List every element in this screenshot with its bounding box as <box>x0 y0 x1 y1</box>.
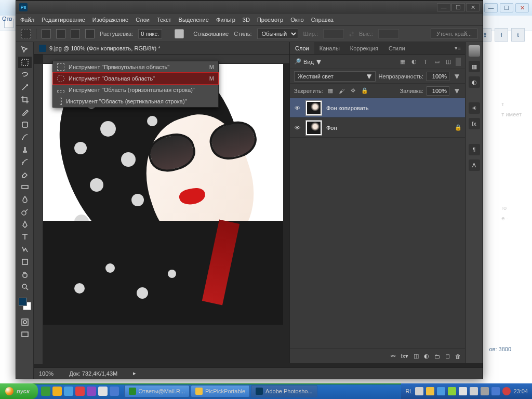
tray-icon[interactable] <box>459 387 467 395</box>
gradient-tool[interactable] <box>18 181 32 193</box>
menu-select[interactable]: Выделение <box>179 17 209 23</box>
taskbar-button[interactable]: Adobe Photosho... <box>251 385 317 397</box>
quickmask-tool[interactable] <box>18 316 32 328</box>
layer-thumb[interactable] <box>305 100 322 116</box>
mask-icon[interactable]: ◫ <box>414 353 419 360</box>
panel-menu-icon[interactable]: ▾≡ <box>450 42 465 54</box>
flyout-rect-marquee[interactable]: Инструмент "Прямоугольная область" M <box>53 61 218 73</box>
blend-mode-select[interactable]: Жесткий свет⯆ <box>294 71 376 82</box>
crop-tool[interactable] <box>18 94 32 105</box>
blur-tool[interactable] <box>18 194 32 205</box>
kind-filter[interactable]: 🔎 Вид ⯆ <box>294 58 322 65</box>
antialias-checkbox[interactable] <box>167 29 191 38</box>
facebook-icon[interactable]: f <box>495 28 508 42</box>
fx-panel-icon[interactable]: fx <box>469 118 480 129</box>
zoom-tool[interactable] <box>18 281 32 292</box>
selection-subtract-icon[interactable] <box>71 29 80 38</box>
dodge-tool[interactable] <box>18 206 32 218</box>
layer-row[interactable]: 👁 Фон копировать <box>290 98 465 118</box>
path-tool[interactable] <box>18 244 32 255</box>
titlebar[interactable]: Ps — ☐ ✕ <box>16 1 483 14</box>
ql-icon[interactable] <box>41 387 50 396</box>
tray-icon[interactable] <box>415 387 423 395</box>
trash-icon[interactable]: 🗑 <box>455 353 461 360</box>
menu-text[interactable]: Текст <box>157 17 171 23</box>
close-btn[interactable]: ✕ <box>515 3 529 12</box>
twitter-icon[interactable]: t <box>511 28 525 42</box>
tray-icon[interactable] <box>437 387 445 395</box>
color-panel-icon[interactable] <box>469 45 480 57</box>
menu-help[interactable]: Справка <box>311 17 334 23</box>
ql-icon[interactable] <box>75 387 85 396</box>
flyout-col-marquee[interactable]: Инструмент "Область (вертикальная строка… <box>53 96 218 107</box>
opacity-input[interactable] <box>427 72 449 81</box>
tray-icon[interactable] <box>426 387 434 395</box>
selection-add-icon[interactable] <box>56 29 65 38</box>
lasso-tool[interactable] <box>18 69 32 81</box>
flyout-row-marquee[interactable]: Инструмент "Область (горизонтальная стро… <box>53 84 218 96</box>
ps-minimize[interactable]: — <box>437 3 450 11</box>
screenmode-tool[interactable] <box>18 329 32 340</box>
menu-3d[interactable]: 3D <box>243 17 250 23</box>
tray-icon[interactable] <box>502 387 511 395</box>
marquee-preset-icon[interactable] <box>21 29 31 38</box>
menu-window[interactable]: Окно <box>290 17 304 23</box>
group-icon[interactable]: 🗀 <box>434 353 440 360</box>
start-button[interactable]: пуск <box>0 383 38 399</box>
fx-icon[interactable]: fx▾ <box>401 353 408 360</box>
selection-new-icon[interactable] <box>42 29 51 38</box>
style-select[interactable]: Обычный <box>257 29 298 39</box>
paragraph-panel-icon[interactable]: ¶ <box>469 144 480 155</box>
new-layer-icon[interactable]: ◻ <box>445 353 450 360</box>
feather-input[interactable] <box>138 29 162 38</box>
filter-pixel-icon[interactable]: ▦ <box>398 58 407 66</box>
tab-styles[interactable]: Стили <box>383 42 410 54</box>
taskbar-button[interactable]: Ответы@Mail.R... <box>124 385 190 397</box>
marquee-tool[interactable] <box>18 57 32 68</box>
link-icon[interactable]: ⚯ <box>391 353 395 360</box>
menu-filter[interactable]: Фильтр <box>216 17 235 23</box>
filter-toggle-icon[interactable] <box>456 58 461 66</box>
fill-input[interactable] <box>427 86 449 96</box>
character-panel-icon[interactable]: A <box>469 159 480 171</box>
menu-file[interactable]: Файл <box>20 17 34 23</box>
selection-intersect-icon[interactable] <box>85 29 95 38</box>
zoom-level[interactable]: 100% <box>39 370 54 377</box>
filter-smart-icon[interactable]: ◫ <box>444 58 453 66</box>
healing-tool[interactable] <box>18 119 32 130</box>
history-brush-tool[interactable] <box>18 156 32 168</box>
visibility-icon[interactable]: 👁 <box>293 125 301 131</box>
filter-type-icon[interactable]: T <box>421 58 430 66</box>
taskbar-button[interactable]: PicPickPortable <box>191 385 250 397</box>
layer-name[interactable]: Фон <box>326 125 337 131</box>
stamp-tool[interactable] <box>18 144 32 155</box>
lock-paint-icon[interactable]: 🖌 <box>338 87 346 95</box>
tray-icon[interactable] <box>481 387 489 395</box>
move-tool[interactable] <box>18 44 32 56</box>
tab-adjustments[interactable]: Коррекция <box>345 42 383 54</box>
shape-tool[interactable] <box>18 256 32 268</box>
ps-close[interactable]: ✕ <box>466 3 480 11</box>
ps-maximize[interactable]: ☐ <box>451 3 465 11</box>
adjustment-icon[interactable]: ◐ <box>424 353 429 360</box>
layer-thumb[interactable] <box>305 120 322 136</box>
filter-adjust-icon[interactable]: ◐ <box>410 58 418 66</box>
refine-edge-button[interactable]: Уточн. край... <box>431 29 477 39</box>
swatches-panel-icon[interactable]: ▦ <box>469 61 480 72</box>
menu-edit[interactable]: Редактирование <box>42 17 85 23</box>
tray-icon[interactable] <box>470 387 478 395</box>
ql-icon[interactable] <box>52 387 62 396</box>
layer-name[interactable]: Фон копировать <box>326 105 368 111</box>
ql-icon[interactable] <box>110 387 119 396</box>
ql-icon[interactable] <box>87 387 96 396</box>
lock-trans-icon[interactable]: ▦ <box>326 87 335 95</box>
lock-pos-icon[interactable]: ✥ <box>349 87 357 95</box>
adjustments-panel-icon[interactable]: ☀ <box>469 102 480 114</box>
styles-panel-icon[interactable]: ◐ <box>469 76 480 88</box>
hand-tool[interactable] <box>18 269 32 280</box>
filter-shape-icon[interactable]: ▭ <box>433 58 441 66</box>
ql-icon[interactable] <box>64 387 73 396</box>
lock-all-icon[interactable]: 🔒 <box>361 87 369 95</box>
tab-layers[interactable]: Слои <box>290 42 314 54</box>
menu-layers[interactable]: Слои <box>136 17 150 23</box>
